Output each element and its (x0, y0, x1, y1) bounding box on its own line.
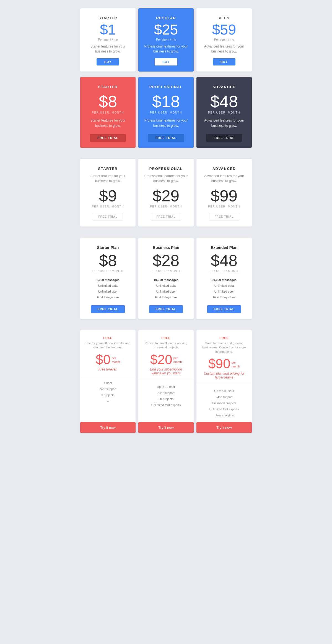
price-row: $20 permonth (143, 353, 189, 366)
features-list: 10,000 messages Unlimited data Unlimited… (144, 277, 188, 300)
tagline: End your subscription whenever you want (143, 367, 189, 375)
price-row: $0 permonth (85, 353, 131, 366)
price: $25 (144, 22, 188, 37)
price: $9 (86, 188, 130, 204)
free-trial-button[interactable]: FREE TRIAL (151, 213, 181, 220)
plan-name: ADVANCED (202, 167, 246, 171)
price: $59 (202, 22, 246, 37)
row1-card-plus: PLUS $59 Per agent / mo Advanced feature… (196, 8, 252, 72)
feature-highlight: 10,000 messages (154, 278, 178, 282)
buy-button[interactable]: BUY (97, 58, 119, 65)
row5-card-enterprise: FREE Great for teams and growing busines… (196, 330, 252, 433)
description: Starter features for your business to gr… (86, 174, 130, 183)
price-suffix: permonth (173, 356, 182, 364)
tier-description: See for yourself how it works and discov… (85, 341, 131, 350)
divider (196, 384, 252, 384)
free-trial-button[interactable]: FREE TRIAL (148, 134, 184, 142)
row1-card-regular: REGULAR $25 Per agent / mo Professional … (138, 8, 194, 72)
tier-label: FREE (85, 336, 131, 340)
per-label: PER USER, MONTH (86, 205, 130, 208)
features-list: 1,000 messages Unlimited data Unlimited … (86, 277, 130, 300)
price: $1 (86, 22, 130, 37)
plan-name: PROFESSIONAL (144, 167, 188, 171)
tier-label: FREE (201, 336, 247, 340)
divider (138, 380, 194, 380)
row3-card-professional: PROFESSIONAL Professional features for y… (138, 159, 194, 227)
try-now-button[interactable]: Try it now (196, 422, 252, 433)
price: $8 (86, 253, 130, 269)
per-label: Per user / month (202, 270, 246, 273)
plan-name: Starter Plan (86, 245, 130, 250)
price: $48 (202, 253, 246, 269)
price: $20 (150, 353, 172, 366)
feature-highlight: 1,000 messages (96, 278, 120, 282)
price-suffix: permonth (111, 356, 120, 364)
row4-card-starter: Starter Plan $8 Per user / month 1,000 m… (80, 238, 136, 319)
free-trial-button[interactable]: FREE TRIAL (91, 305, 125, 313)
tagline: Free forever! (85, 367, 131, 371)
per-label: PER USER, MONTH (202, 111, 246, 114)
per-label: Per agent / mo (144, 38, 188, 41)
row2-card-advanced: ADVANCED $48 PER USER, MONTH Advanced fe… (196, 77, 252, 148)
row5-card-free: FREE See for yourself how it works and d… (80, 330, 136, 433)
free-trial-button[interactable]: FREE TRIAL (90, 134, 126, 142)
row3-pricing: STARTER Starter features for your busine… (6, 159, 326, 227)
plan-name: ADVANCED (202, 85, 246, 89)
price: $90 (208, 357, 230, 370)
row4-card-extended: Extended Plan $48 Per user / month 50,00… (196, 238, 252, 319)
row3-card-advanced: ADVANCED Advanced features for your busi… (196, 159, 252, 227)
row2-pricing: STARTER $8 PER USER, MONTH Starter featu… (6, 77, 326, 148)
plan-name: STARTER (86, 167, 130, 171)
description: Professional features for your business … (144, 44, 188, 54)
price: $28 (144, 253, 188, 269)
buy-button[interactable]: BUY (213, 58, 235, 65)
free-trial-button[interactable]: FREE TRIAL (206, 134, 242, 142)
features-list: Up to 10 user 24hr support 20 projects U… (143, 384, 189, 418)
row4-card-business: Business Plan $28 Per user / month 10,00… (138, 238, 194, 319)
per-label: PER USER, MONTH (144, 205, 188, 208)
tagline: Custom plan and pricing for larger teams (201, 372, 247, 379)
price: $99 (202, 188, 246, 204)
free-trial-button[interactable]: FREE TRIAL (209, 213, 240, 220)
tier-label: FREE (143, 336, 189, 340)
features-list: Up to 50 users 24hr support Unlimited pr… (201, 388, 247, 418)
row4-pricing: Starter Plan $8 Per user / month 1,000 m… (6, 238, 326, 319)
plan-name: STARTER (86, 85, 130, 89)
per-label: PER USER, MONTH (202, 205, 246, 208)
description: Advanced features for your business to g… (202, 118, 246, 128)
row2-card-professional: PROFESSIONAL $18 PER USER, MONTH Profess… (138, 77, 194, 148)
description: Professional features for your business … (144, 118, 188, 128)
row3-card-starter: STARTER Starter features for your busine… (80, 159, 136, 227)
try-now-button[interactable]: Try it now (80, 422, 136, 433)
tier-description: Perfect for small teams working on sever… (143, 341, 189, 350)
features-list: 50,000 messages Unlimited data Unlimited… (202, 277, 246, 300)
row5-card-pro: FREE Perfect for small teams working on … (138, 330, 194, 433)
description: Starter features for your business to gr… (86, 44, 130, 54)
per-label: Per user / month (86, 270, 130, 273)
price: $48 (202, 93, 246, 110)
per-label: Per user / month (144, 270, 188, 273)
per-label: Per agent / mo (202, 38, 246, 41)
free-trial-button[interactable]: FREE TRIAL (93, 213, 123, 220)
per-label: PER USER, MONTH (144, 111, 188, 114)
price: $18 (144, 93, 188, 110)
description: Advanced features for your business to g… (202, 174, 246, 183)
row1-card-starter: STARTER $1 Per agent / mo Starter featur… (80, 8, 136, 72)
row2-card-starter: STARTER $8 PER USER, MONTH Starter featu… (80, 77, 136, 148)
plan-name: STARTER (86, 16, 130, 20)
description: Professional features for your business … (144, 174, 188, 183)
row5-pricing: FREE See for yourself how it works and d… (6, 330, 326, 433)
buy-button[interactable]: BUY (155, 58, 177, 65)
per-label: Per agent / mo (86, 38, 130, 41)
plan-name: Extended Plan (202, 245, 246, 250)
free-trial-button[interactable]: FREE TRIAL (149, 305, 183, 313)
price: $8 (86, 93, 130, 110)
feature-highlight: 50,000 messages (212, 278, 237, 282)
plan-name: Business Plan (144, 245, 188, 250)
price-row: $90 permonth (201, 357, 247, 370)
try-now-button[interactable]: Try it now (138, 422, 194, 433)
price: $29 (144, 188, 188, 204)
description: Advanced features for your business to g… (202, 44, 246, 54)
plan-name: PLUS (202, 16, 246, 20)
free-trial-button[interactable]: FREE TRIAL (207, 305, 241, 313)
